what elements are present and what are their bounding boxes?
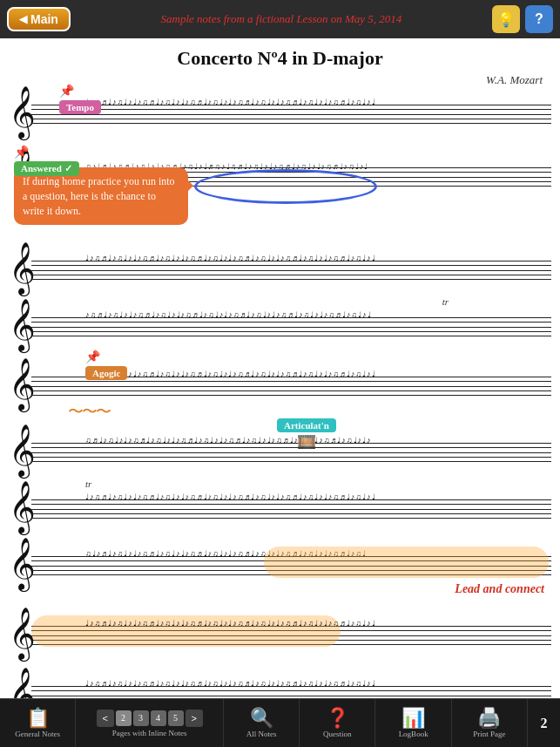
notes-row-7: ♩♪♫♬♩♪♫♩♪♩♪♫♬♩♪♫♩♪♩♪♫♬♩♪♫♩♪♩♪♫♬♩♪♫♩♪♩♪♫♬… [85, 492, 549, 501]
pages-inline-section: < 2 3 4 5 > Pages with Inline Notes [76, 699, 224, 747]
pages-inline-label: Pages with Inline Notes [112, 729, 187, 737]
question-toolbar-icon: ❓ [326, 709, 349, 728]
page-next-button[interactable]: > [186, 710, 203, 727]
film-strip-icon: 🎞️ [277, 432, 336, 452]
staff-lines-7 [31, 499, 551, 519]
print-icon: 🖨️ [477, 709, 501, 728]
general-notes-button[interactable]: 📋 General Notes [0, 699, 76, 747]
lightbulb-icon: 💡 [497, 11, 515, 28]
thumbtack-icon: 📌 [59, 84, 101, 98]
music-row-10: 𝄞 ♩♪♫♬♩♪♫♩♪♩♪♫♬♩♪♫♩♪♩♪♫♬♩♪♫♩♪♩♪♫♬♩♪♫♩♪♩♪… [7, 672, 553, 698]
all-notes-label: All Notes [246, 730, 277, 738]
treble-clef-4: 𝄞 [9, 305, 36, 346]
page-num-3[interactable]: 3 [133, 710, 149, 726]
print-page-label: Print Page [473, 730, 505, 738]
notes-row-10: ♩♪♫♬♩♪♫♩♪♩♪♫♬♩♪♫♩♪♩♪♫♬♩♪♫♩♪♩♪♫♬♩♪♫♩♪♩♪♫♬… [85, 679, 549, 688]
logbook-label: LogBook [399, 730, 428, 738]
notes-row-9: ♩♪♫♬♩♪♫♩♪♩♪♫♬♩♪♫♩♪♩♪♫♬♩♪♫♩♪♩♪♫♬♩♪♫♩♪♩♪♫♬… [85, 619, 549, 628]
thumbtack-icon-3: 📌 [85, 350, 127, 364]
treble-clef-5: 𝄞 [9, 364, 36, 405]
page-num-4[interactable]: 4 [151, 710, 166, 726]
thumbtack-icon-2: 📌 [14, 145, 79, 160]
header-title: Sample notes from a fictional Lesson on … [71, 12, 492, 26]
music-row-6: 𝄞 Articulat'n 🎞️ ♫♬♩♪♫♩♪♩♪♫♬♩♪♫♩♪♩♪♫♬♩♪♫… [7, 429, 553, 485]
music-row-2: 𝄞 📌 Answered ✓ If during home practice y… [7, 153, 553, 219]
logbook-icon: 📊 [401, 709, 425, 728]
staff-lines-3 [31, 261, 551, 280]
question-label: Question [323, 730, 352, 738]
trill-mark-4: tr [442, 296, 449, 307]
treble-clef-3: 𝄞 [9, 248, 36, 289]
music-row-1: 𝄞 📌 Tempo ♩♪♫♬♩♪♫♩♪♩♪♫♬♩♪♫♩♪♩♪♫♬♩♪♫♩♪♩♪♫… [7, 91, 553, 146]
page-num-5[interactable]: 5 [168, 710, 184, 726]
treble-clef-6: 𝄞 [9, 431, 36, 472]
lead-connect-label: Lead and connect [455, 581, 544, 596]
notes-row-3: ♩♪♫♬♩♪♫♩♪♩♪♫♬♩♪♫♩♪♩♪♫♬♩♪♫♩♪♩♪♫♬♩♪♫♩♪♩♪♫♬… [85, 254, 549, 262]
page-prev-button[interactable]: < [97, 710, 114, 727]
page-num-2[interactable]: 2 [116, 710, 132, 726]
question-button[interactable]: ❓ Question [300, 699, 375, 747]
music-row-3: 𝄞 ♩♪♫♬♩♪♫♩♪♩♪♫♬♩♪♫♩♪♩♪♫♬♩♪♫♩♪♩♪♫♬♩♪♫♩♪♩♪… [7, 247, 553, 302]
music-sheet: 𝄞 📌 Tempo ♩♪♫♬♩♪♫♩♪♩♪♫♬♩♪♫♩♪♩♪♫♬♩♪♫♩♪♩♪♫… [0, 91, 560, 698]
back-arrow-icon: ◀ [19, 13, 27, 25]
notes-row-5: ♩♪♫♬♩♪♫♩♪♩♪♫♬♩♪♫♩♪♩♪♫♬♩♪♫♩♪♩♪♫♬♩♪♫♩♪♩♪♫♬… [85, 370, 549, 378]
general-notes-icon: 📋 [26, 709, 50, 728]
answered-annotation[interactable]: 📌 Answered ✓ [14, 145, 79, 176]
all-notes-icon: 🔍 [250, 709, 273, 728]
agogic-squiggle: 〜〜〜 [68, 401, 110, 422]
print-page-button[interactable]: 🖨️ Print Page [452, 699, 528, 747]
speech-bubble[interactable]: If during home practice you run into a q… [14, 167, 188, 225]
music-area: Concerto Nº4 in D-major W.A. Mozart 𝄞 📌 … [0, 38, 560, 698]
staff-lines-4 [31, 317, 551, 336]
header: ◀ Main Sample notes from a fictional Les… [0, 0, 560, 38]
agogic-tag: Agogic [85, 366, 127, 380]
answered-tag: Answered ✓ [14, 161, 79, 176]
music-row-7: 𝄞 tr ♩♪♫♬♩♪♫♩♪♩♪♫♬♩♪♫♩♪♩♪♫♬♩♪♫♩♪♩♪♫♬♩♪♫♩… [7, 486, 553, 541]
page-navigation: < 2 3 4 5 > [97, 710, 203, 727]
page-count-number: 2 [536, 716, 553, 731]
lead-connect-text: Lead and connect [455, 582, 544, 595]
lead-connect-highlight [264, 547, 549, 578]
agogic-annotation[interactable]: 📌 Agogic [85, 350, 127, 380]
treble-clef-1: 𝄞 [9, 92, 36, 133]
logbook-button[interactable]: 📊 LogBook [375, 699, 451, 747]
staff-lines-1 [31, 105, 551, 124]
lightbulb-button[interactable]: 💡 [492, 5, 520, 33]
treble-clef-10: 𝄞 [9, 674, 36, 698]
notes-row-1: ♩♪♫♬♩♪♫♩♪♩♪♫♬♩♪♫♩♪♩♪♫♬♩♪♫♩♪♩♪♫♬♩♪♫♩♪♩♪♫♬… [85, 98, 549, 106]
articulation-tag: Articulat'n [277, 418, 336, 432]
toolbar: 📋 General Notes < 2 3 4 5 > Pages with I… [0, 698, 560, 747]
staff-lines-10 [31, 686, 551, 698]
header-icons: 💡 ? [492, 5, 553, 33]
trill-mark-7: tr [85, 479, 91, 489]
music-row-9: 𝄞 ♩♪♫♬♩♪♫♩♪♩♪♫♬♩♪♫♩♪♩♪♫♬♩♪♫♩♪♩♪♫♬♩♪♫♩♪♩♪… [7, 612, 553, 671]
question-icon: ? [535, 11, 543, 27]
blue-oval-annotation [194, 169, 377, 204]
treble-clef-7: 𝄞 [9, 487, 36, 528]
music-row-8: 𝄞 Lead and connect ♫♩♪♬♩♪♫♩♪♩♪♫♬♩♪♫♩♪♩♪♫… [7, 542, 553, 603]
main-button[interactable]: ◀ Main [7, 7, 71, 31]
articulation-annotation[interactable]: Articulat'n 🎞️ [277, 417, 336, 452]
speech-bubble-text: If during home practice you run into a q… [14, 167, 188, 225]
tempo-tag: Tempo [59, 100, 101, 114]
main-button-label: Main [30, 12, 58, 26]
all-notes-button[interactable]: 🔍 All Notes [224, 699, 300, 747]
piece-title: Concerto Nº4 in D-major [0, 38, 560, 73]
general-notes-label: General Notes [15, 730, 60, 738]
treble-clef-8: 𝄞 [9, 544, 36, 585]
notes-row-4: ♪♫♬♩♪♫♩♪♩♪♫♬♩♪♫♩♪♩♪♫♬♩♪♫♩♪♩♪♫♬♩♪♫♩♪♩♪♫♬♩… [85, 310, 549, 319]
music-row-5: 𝄞 📌 Agogic 〜〜〜 ♩♪♫♬♩♪♫♩♪♩♪♫♬♩♪♫♩♪♩♪♫♬♩♪♫… [7, 363, 553, 418]
tempo-annotation[interactable]: 📌 Tempo [59, 84, 101, 114]
page-count-display: 2 [528, 699, 560, 747]
question-button[interactable]: ? [525, 5, 553, 33]
squiggle-icon: 〜〜〜 [68, 403, 110, 420]
